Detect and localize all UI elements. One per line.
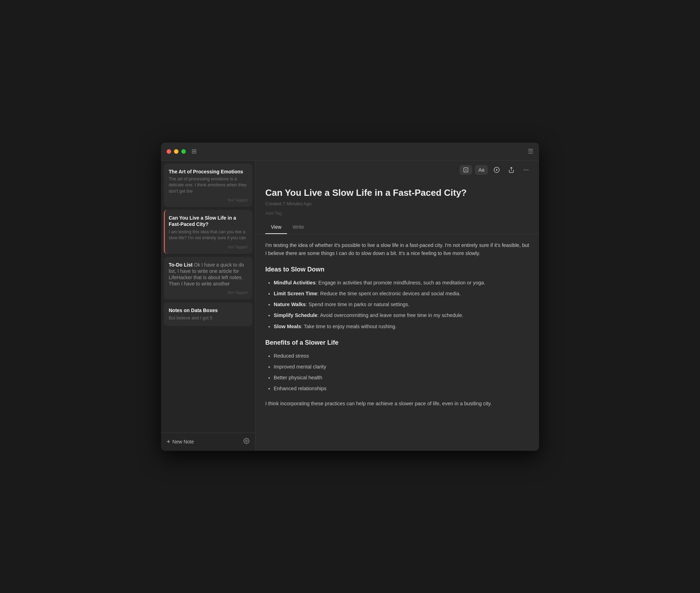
section1-title: Ideas to Slow Down <box>265 264 529 275</box>
benefits-list: Reduced stress Improved mental clarity B… <box>265 352 529 393</box>
idea-rest: : Reduce the time spent on electronic de… <box>317 291 461 296</box>
tab-view[interactable]: View <box>265 221 287 234</box>
more-button[interactable] <box>520 165 532 175</box>
sidebar: The Art of Processing Emotions The art o… <box>161 161 255 451</box>
list-item: Better physical health <box>274 374 529 382</box>
note-card[interactable]: The Art of Processing Emotions The art o… <box>164 164 252 207</box>
note-card-title: Can You Live a Slow Life in a Fast-Paced… <box>169 215 247 227</box>
sidebar-footer: + New Note <box>161 433 255 451</box>
idea-rest: : Spend more time in parks or natural se… <box>306 302 410 307</box>
share-button[interactable] <box>505 165 517 175</box>
note-card[interactable]: To-Do List Ok I have a quick to do list,… <box>164 257 252 300</box>
note-header: Can You Live a Slow Life in a Fast-Paced… <box>255 179 539 221</box>
notes-list-icon[interactable]: ☰ <box>528 147 533 155</box>
checklist-button[interactable] <box>460 165 472 175</box>
play-icon <box>493 167 500 173</box>
note-card-tag: Not Tagged <box>169 290 247 295</box>
note-card-tag: Not Tagged <box>169 245 247 249</box>
note-tag-area[interactable]: Add Tag <box>265 211 529 216</box>
svg-point-0 <box>246 440 247 442</box>
svg-point-6 <box>526 169 526 170</box>
list-item: Limit Screen Time: Reduce the time spent… <box>274 290 529 298</box>
close-button[interactable] <box>167 149 171 154</box>
svg-point-5 <box>524 169 525 170</box>
content-area: Aa <box>255 161 539 451</box>
note-intro: I'm testing the idea of whether it's pos… <box>265 241 529 257</box>
maximize-button[interactable] <box>181 149 186 154</box>
note-card-title: Notes on Data Boxes <box>169 307 247 313</box>
note-card-active[interactable]: Can You Live a Slow Life in a Fast-Paced… <box>164 210 252 254</box>
note-card-title: The Art of Processing Emotions <box>169 168 247 175</box>
idea-rest: : Take time to enjoy meals without rushi… <box>301 324 397 329</box>
app-window: ⊞ ☰ The Art of Processing Emotions The a… <box>161 143 539 451</box>
note-tabs: View Write <box>255 221 539 234</box>
ideas-list: Mindful Activities: Engage in activities… <box>265 279 529 331</box>
idea-bold: Simplify Schedule <box>274 312 317 318</box>
note-title: Can You Live a Slow Life in a Fast-Paced… <box>265 187 529 198</box>
play-button[interactable] <box>491 165 503 175</box>
note-body: I'm testing the idea of whether it's pos… <box>255 234 539 451</box>
note-card-title: To-Do List Ok I have a quick to do list,… <box>169 262 247 287</box>
more-icon <box>523 167 529 173</box>
list-item: Reduced stress <box>274 352 529 360</box>
idea-bold: Slow Meals <box>274 324 301 329</box>
svg-marker-3 <box>496 169 498 171</box>
list-item: Enhanced relationships <box>274 385 529 393</box>
traffic-lights <box>167 149 186 154</box>
idea-rest: : Engage in activities that promote mind… <box>316 280 485 285</box>
share-icon <box>508 167 514 173</box>
sidebar-toggle-icon[interactable]: ⊞ <box>191 147 197 155</box>
list-item: Mindful Activities: Engage in activities… <box>274 279 529 287</box>
idea-bold: Limit Screen Time <box>274 291 317 296</box>
settings-button[interactable] <box>243 438 250 446</box>
main-area: The Art of Processing Emotions The art o… <box>161 161 539 451</box>
note-card-preview: I am testing this idea that can you live… <box>169 229 247 241</box>
idea-bold: Mindful Activities <box>274 280 316 285</box>
format-label: Aa <box>478 167 484 173</box>
list-item: Improved mental clarity <box>274 363 529 371</box>
tab-write[interactable]: Write <box>287 221 309 234</box>
svg-point-7 <box>527 169 528 170</box>
content-toolbar: Aa <box>255 161 539 179</box>
note-card-preview: But believe and I got 5 <box>169 315 247 322</box>
section2-title: Benefits of a Slower Life <box>265 338 529 348</box>
new-note-label: New Note <box>173 439 194 444</box>
note-conclusion: I think incorporating these practices ca… <box>265 400 529 408</box>
note-card-tag: Not Tagged <box>169 198 247 202</box>
note-card[interactable]: Notes on Data Boxes But believe and I go… <box>164 302 252 326</box>
titlebar: ⊞ ☰ <box>161 143 539 161</box>
list-item: Nature Walks: Spend more time in parks o… <box>274 301 529 309</box>
note-card-preview: The art of processing emotions is a deli… <box>169 176 247 195</box>
idea-bold: Nature Walks <box>274 302 306 307</box>
notes-list: The Art of Processing Emotions The art o… <box>161 161 255 433</box>
new-note-button[interactable]: + New Note <box>167 438 194 446</box>
list-item: Slow Meals: Take time to enjoy meals wit… <box>274 323 529 331</box>
minimize-button[interactable] <box>174 149 178 154</box>
idea-rest: : Avoid overcommitting and leave some fr… <box>317 312 463 318</box>
checklist-icon <box>463 167 469 173</box>
plus-icon: + <box>167 438 170 446</box>
note-created: Created 7 Minutes Ago <box>265 201 529 206</box>
list-item: Simplify Schedule: Avoid overcommitting … <box>274 311 529 319</box>
format-button[interactable]: Aa <box>475 165 488 175</box>
